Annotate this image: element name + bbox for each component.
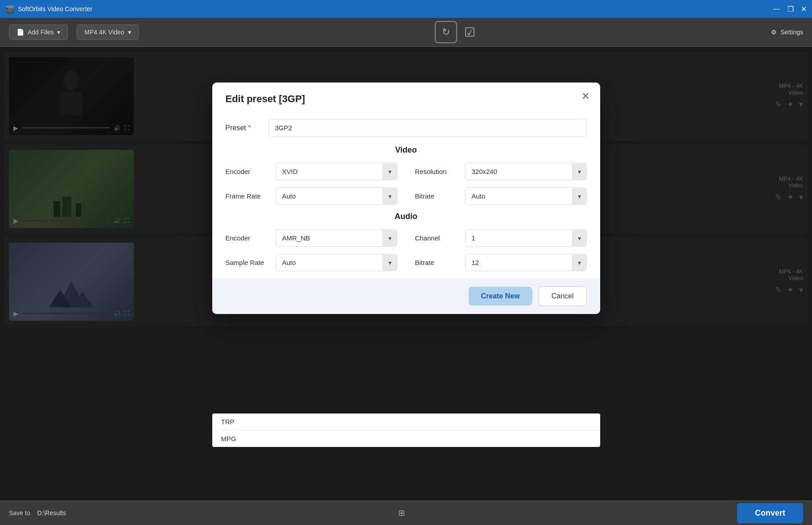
video-resolution-select[interactable]: 320x240 ▾ [465, 163, 587, 180]
app-title: SoftOrbits Video Converter [18, 5, 92, 12]
audio-encoder-label: Encoder [226, 234, 270, 242]
refresh-button[interactable]: ↻ [435, 21, 457, 43]
preset-row: Preset * [226, 119, 587, 136]
video-encoder-label: Encoder [226, 168, 270, 175]
modal-header: Edit preset [3GP] ✕ [212, 83, 600, 112]
audio-encoder-field: Encoder AMR_NB ▾ [226, 229, 397, 247]
close-button[interactable]: ✕ [801, 5, 807, 13]
video-bitrate-select[interactable]: Auto ▾ [465, 187, 587, 205]
minimize-button[interactable]: — [773, 5, 780, 13]
audio-encoder-chevron[interactable]: ▾ [383, 230, 397, 246]
audio-bitrate-value: 12 [466, 254, 572, 271]
video-resolution-field: Resolution 320x240 ▾ [415, 163, 587, 180]
video-resolution-value: 320x240 [466, 163, 572, 180]
video-framerate-label: Frame Rate [226, 192, 270, 200]
video-resolution-label: Resolution [415, 168, 460, 175]
audio-samplerate-chevron[interactable]: ▾ [383, 255, 397, 271]
audio-bitrate-label: Bitrate [415, 259, 460, 266]
menu-item-mpg[interactable]: MPG [212, 430, 600, 447]
video-form-grid: Encoder XVID ▾ Resolution 320x240 ▾ [226, 163, 587, 205]
audio-samplerate-value: Auto [276, 254, 383, 271]
check-button[interactable]: ☑ [464, 21, 475, 43]
video-bitrate-field: Bitrate Auto ▾ [415, 187, 587, 205]
settings-icon: ⚙ [771, 29, 777, 36]
audio-bitrate-select[interactable]: 12 ▾ [465, 254, 587, 271]
video-bitrate-label: Bitrate [415, 192, 460, 200]
app-icon: 🎬 [5, 5, 14, 13]
maximize-button[interactable]: ❒ [787, 5, 794, 13]
audio-channel-chevron[interactable]: ▾ [572, 230, 586, 246]
video-encoder-select[interactable]: XVID ▾ [276, 163, 397, 180]
preset-label: Preset * [226, 124, 261, 132]
audio-bitrate-field: Bitrate 12 ▾ [415, 254, 587, 271]
check-icon: ☑ [464, 25, 475, 39]
add-files-chevron: ▾ [57, 29, 60, 36]
title-bar: 🎬 SoftOrbits Video Converter — ❒ ✕ [0, 0, 812, 18]
video-encoder-value: XVID [276, 163, 383, 180]
video-section-title: Video [226, 145, 587, 155]
audio-samplerate-select[interactable]: Auto ▾ [276, 254, 397, 271]
format-chevron: ▾ [128, 29, 131, 36]
refresh-icon: ↻ [442, 26, 450, 38]
bottom-bar: Save to D:\Results ⊞ Convert [0, 500, 812, 525]
audio-samplerate-field: Sample Rate Auto ▾ [226, 254, 397, 271]
preset-input[interactable] [268, 119, 587, 136]
audio-channel-label: Channel [415, 234, 460, 242]
audio-encoder-select[interactable]: AMR_NB ▾ [276, 229, 397, 247]
menu-item-trp[interactable]: TRP [212, 413, 600, 430]
main-content: ▶ 🔊 ⛶ MP4 - 4KVideo ✎ ✦ ▾ [0, 47, 812, 500]
video-resolution-chevron[interactable]: ▾ [572, 164, 586, 180]
dropdown-items-below: TRP MPG [212, 413, 600, 447]
modal-title: Edit preset [3GP] [226, 93, 305, 104]
audio-section-title: Audio [226, 212, 587, 221]
audio-bitrate-chevron[interactable]: ▾ [572, 255, 586, 271]
modal-close-button[interactable]: ✕ [581, 91, 589, 101]
modal-overlay: Edit preset [3GP] ✕ Preset * Video [0, 47, 812, 500]
save-to-label: Save to [9, 509, 30, 517]
add-files-icon: 📄 [16, 29, 24, 36]
settings-button[interactable]: ⚙ Settings [771, 29, 803, 36]
video-encoder-field: Encoder XVID ▾ [226, 163, 397, 180]
required-star: * [248, 124, 251, 132]
modal-footer: Create New Cancel [212, 278, 600, 314]
save-path-value[interactable]: D:\Results [37, 509, 66, 517]
create-new-button[interactable]: Create New [469, 287, 532, 306]
edit-preset-modal: Edit preset [3GP] ✕ Preset * Video [212, 83, 600, 314]
video-framerate-chevron[interactable]: ▾ [383, 188, 397, 204]
grid-view-button[interactable]: ⊞ [398, 508, 405, 518]
video-bitrate-value: Auto [466, 188, 572, 204]
format-selector[interactable]: MP4 4K Video ▾ [77, 25, 138, 40]
video-framerate-value: Auto [276, 188, 383, 204]
toolbar: 📄 Add Files ▾ MP4 4K Video ▾ ↻ ☑ ⚙ Setti… [0, 18, 812, 47]
convert-button[interactable]: Convert [737, 503, 803, 523]
video-framerate-field: Frame Rate Auto ▾ [226, 187, 397, 205]
cancel-button[interactable]: Cancel [539, 286, 587, 306]
audio-channel-field: Channel 1 ▾ [415, 229, 587, 247]
modal-body: Preset * Video Encoder XVID ▾ [212, 112, 600, 271]
video-bitrate-chevron[interactable]: ▾ [572, 188, 586, 204]
video-encoder-chevron[interactable]: ▾ [383, 164, 397, 180]
add-files-button[interactable]: 📄 Add Files ▾ [9, 25, 68, 40]
audio-channel-value: 1 [466, 230, 572, 246]
audio-samplerate-label: Sample Rate [226, 259, 270, 266]
audio-form-grid: Encoder AMR_NB ▾ Channel 1 ▾ [226, 229, 587, 271]
audio-encoder-value: AMR_NB [276, 230, 383, 246]
video-framerate-select[interactable]: Auto ▾ [276, 187, 397, 205]
audio-channel-select[interactable]: 1 ▾ [465, 229, 587, 247]
